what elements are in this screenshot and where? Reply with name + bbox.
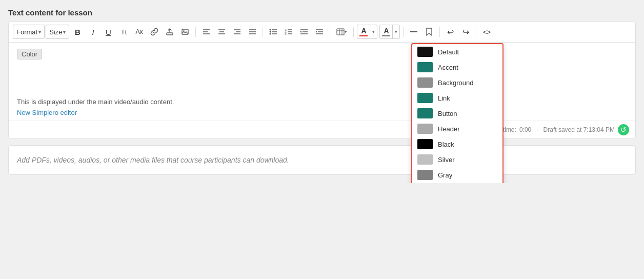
font-color-bar [359, 35, 368, 36]
image-icon [181, 28, 189, 36]
format-label: Format [16, 28, 37, 36]
bookmark-button[interactable] [422, 25, 436, 39]
upload-icon [166, 28, 174, 36]
font-color-arrow-button[interactable]: ▾ [370, 25, 377, 38]
color-option[interactable]: Black [412, 136, 502, 152]
color-option[interactable]: Default [412, 44, 502, 59]
table-icon [336, 28, 345, 35]
color-option[interactable]: Accent [412, 59, 502, 75]
align-right-button[interactable] [230, 25, 244, 39]
color-option-label: Silver [438, 156, 455, 164]
color-option-label: Link [438, 94, 450, 102]
align-center-icon [218, 29, 226, 35]
unordered-list-button[interactable] [266, 25, 280, 39]
refresh-button[interactable]: ↺ [618, 124, 629, 135]
new-editor-link[interactable]: New Simplero editor [17, 109, 77, 116]
color-swatch [417, 77, 433, 88]
align-left-icon [203, 29, 210, 35]
color-option[interactable]: Gray [412, 167, 502, 183]
separator: · [536, 126, 538, 133]
svg-rect-0 [167, 33, 173, 35]
bg-color-bar [382, 35, 390, 36]
align-left-button[interactable] [199, 25, 213, 39]
color-dropdown-list: DefaultAccentBackgroundLinkButtonHeaderB… [412, 44, 502, 183]
tt-button[interactable]: Tt [116, 25, 131, 39]
color-option[interactable]: Background [412, 75, 502, 90]
ax-button[interactable]: Ax [132, 25, 146, 39]
svg-point-19 [270, 33, 271, 35]
table-button[interactable]: ▾ [333, 25, 350, 39]
underline-button[interactable]: U [101, 25, 115, 39]
code-button[interactable]: <> [479, 25, 494, 39]
unordered-list-icon [269, 28, 277, 35]
justify-button[interactable] [245, 25, 259, 39]
time-label: time: [503, 126, 516, 133]
color-option[interactable]: Button [412, 106, 502, 121]
color-option[interactable]: Link [412, 90, 502, 106]
color-option[interactable]: Header [412, 121, 502, 136]
editor-footer: This is displayed under the main video/a… [9, 94, 635, 121]
divider-2 [263, 27, 263, 37]
bg-color-arrow-button[interactable]: ▾ [393, 25, 399, 38]
horizontal-rule-button[interactable] [407, 25, 421, 39]
horizontal-rule-icon [410, 29, 418, 35]
font-color-button[interactable]: A [357, 25, 370, 38]
divider-1 [195, 27, 196, 37]
undo-button[interactable]: ↩ [443, 25, 457, 39]
color-option[interactable]: White [412, 183, 502, 183]
outdent-icon [300, 28, 308, 35]
align-center-button[interactable] [214, 25, 229, 39]
format-arrow-icon: ▾ [38, 29, 41, 35]
size-arrow-icon: ▾ [63, 29, 66, 35]
info-text: This is displayed under the main video/a… [17, 98, 627, 106]
link-icon [150, 28, 158, 36]
color-swatch [417, 62, 433, 72]
svg-point-15 [270, 29, 271, 31]
size-dropdown[interactable]: Size ▾ [46, 25, 69, 39]
svg-text:3.: 3. [285, 32, 287, 35]
font-color-letter: A [361, 27, 366, 34]
color-swatch [417, 47, 433, 57]
color-option-label: Default [438, 48, 459, 56]
bg-color-arrow-icon: ▾ [395, 29, 397, 34]
color-swatch [417, 124, 433, 134]
link-button[interactable] [147, 25, 162, 39]
upload-button[interactable] [163, 25, 177, 39]
bg-color-indicator: A [382, 27, 390, 36]
section-title: Text content for lesson [8, 8, 636, 17]
bookmark-icon [426, 28, 433, 36]
color-option-label: Button [438, 110, 457, 117]
svg-rect-1 [182, 29, 188, 34]
status-bar: time: 0:00 · Draft saved at 7:13:04 PM ↺ [9, 121, 635, 138]
bg-color-button[interactable]: A [380, 25, 392, 38]
editor-body[interactable]: Color [9, 43, 635, 94]
format-dropdown[interactable]: Format ▾ [13, 25, 45, 39]
outdent-button[interactable] [297, 25, 311, 39]
font-color-group: A ▾ [357, 25, 377, 39]
editor-container: Format ▾ Size ▾ B I U Tt Ax [8, 21, 636, 139]
bg-color-letter: A [384, 27, 389, 34]
color-option-label: Gray [438, 171, 452, 179]
bg-color-group: A ▾ [379, 25, 400, 39]
indent-button[interactable] [312, 25, 327, 39]
align-right-icon [233, 29, 241, 35]
svg-rect-33 [337, 29, 344, 35]
image-button[interactable] [178, 25, 192, 39]
font-color-arrow-icon: ▾ [372, 29, 375, 34]
color-swatch [417, 108, 433, 118]
ordered-list-icon: 1. 2. 3. [285, 28, 293, 35]
size-label: Size [49, 28, 62, 36]
color-option[interactable]: Silver [412, 152, 502, 167]
redo-button[interactable]: ↪ [458, 25, 473, 39]
divider-7 [476, 27, 476, 37]
color-option-label: Black [438, 141, 454, 148]
italic-button[interactable]: I [86, 25, 100, 39]
color-swatch [417, 170, 433, 180]
ordered-list-button[interactable]: 1. 2. 3. [281, 25, 296, 39]
bold-button[interactable]: B [70, 25, 85, 39]
color-dropdown: DefaultAccentBackgroundLinkButtonHeaderB… [411, 43, 504, 183]
divider-6 [439, 27, 440, 37]
font-color-indicator: A [359, 27, 368, 36]
toolbar: Format ▾ Size ▾ B I U Tt Ax [9, 22, 635, 43]
color-swatch [417, 139, 433, 149]
